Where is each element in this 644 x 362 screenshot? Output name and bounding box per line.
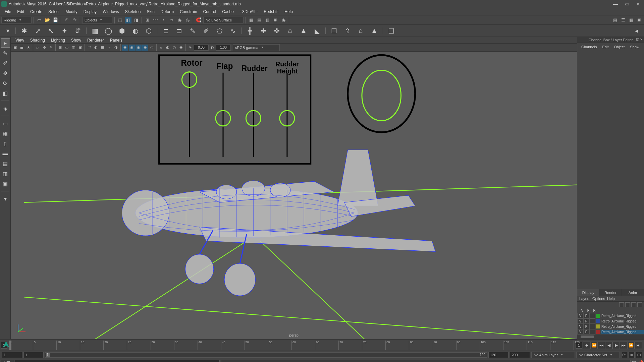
menu-display[interactable]: Display (81, 9, 99, 15)
layer-scrollbar[interactable] (577, 335, 644, 339)
panel-menu-renderer[interactable]: Renderer (85, 37, 107, 43)
goto-start-icon[interactable]: ⏮ (583, 342, 590, 349)
set-driven-key-icon[interactable]: ⌂ (355, 25, 367, 37)
menu-select[interactable]: Select (46, 9, 62, 15)
camera-select-icon[interactable]: ▣ (12, 45, 18, 51)
snap-view-icon[interactable]: ◎ (184, 17, 191, 23)
orient-constraint-icon[interactable]: ✜ (271, 25, 282, 37)
menu-file[interactable]: File (2, 9, 14, 15)
res-gate-icon[interactable]: ◫ (70, 45, 76, 51)
save-scene-icon[interactable]: 💾 (52, 17, 59, 23)
menuset-selector[interactable]: Rigging▼ (1, 17, 32, 23)
layer-name[interactable]: Retro_Airplane_Rigged (601, 314, 644, 318)
color-space-dropdown[interactable]: sRGB gamma▼ (233, 44, 280, 51)
point-constraint-icon[interactable]: ✚ (258, 25, 269, 37)
menu-redshift[interactable]: Redshift (261, 9, 281, 15)
expression-editor-icon[interactable]: ❏ (386, 25, 397, 37)
step-fwd-icon[interactable]: ▸▸ (620, 342, 627, 349)
snap-curve-icon[interactable]: 〰 (152, 17, 159, 23)
range-playstart-field[interactable]: 1 (23, 352, 44, 358)
2d-pan-icon[interactable]: ✥ (41, 45, 47, 51)
aim-constraint-icon[interactable]: ⌂ (284, 25, 296, 37)
no-live-surface[interactable]: No Live Surface (203, 17, 244, 23)
layer-new-empty-icon[interactable] (631, 302, 636, 307)
rotate-tool-icon[interactable]: ⟳ (1, 78, 10, 88)
menu-edit[interactable]: Edit (14, 9, 27, 15)
gamma-icon[interactable]: ◐ (209, 45, 215, 51)
persp-viewport[interactable]: Rotor Flap Rudder Rudder Height (11, 52, 577, 339)
maximize-button[interactable]: ▭ (621, 0, 633, 8)
layer-vis-toggle[interactable]: V (577, 329, 583, 335)
textured-icon[interactable]: ▦ (100, 45, 106, 51)
redo-icon[interactable]: ↷ (71, 17, 78, 23)
layer-row[interactable]: VPRetro_Airplane_Rigged (577, 324, 644, 329)
layer-color-swatch[interactable] (596, 314, 600, 318)
selection-mode-dropdown[interactable]: Objects▼ (82, 17, 112, 23)
panel-layout-3-icon[interactable]: ▦ (628, 17, 635, 23)
layer-name[interactable]: Retro_Airplane_Rigged (601, 319, 644, 323)
anim-layer-dropdown[interactable]: No Anim Layer▼ (531, 352, 575, 358)
menu-modify[interactable]: Modify (63, 9, 80, 15)
menu-deform[interactable]: Deform (158, 9, 176, 15)
layer-row[interactable]: VPRetro_Airplane_Rigged (577, 329, 644, 335)
layout-custom-icon[interactable]: ▾ (1, 194, 10, 203)
open-scene-icon[interactable]: 📂 (44, 17, 51, 23)
isolate-4-icon[interactable]: ◉ (142, 45, 148, 51)
undo-icon[interactable]: ↶ (63, 17, 70, 23)
mirror-weights-icon[interactable]: ✐ (200, 25, 212, 37)
blend-shape-icon[interactable]: ◐ (129, 25, 141, 37)
layout-four-icon[interactable]: ▦ (1, 129, 10, 138)
menu-windows[interactable]: Windows (100, 9, 122, 15)
panel-layout-1-icon[interactable]: ▤ (612, 17, 619, 23)
cb-tab-show[interactable]: Show (628, 44, 641, 50)
layertab-render[interactable]: Render (599, 289, 622, 296)
layout-outliner-icon[interactable]: ▣ (1, 179, 10, 188)
layertab-anim[interactable]: Anim (622, 289, 644, 296)
film-gate-icon[interactable]: ▭ (64, 45, 70, 51)
last-tool-icon[interactable]: ◈ (1, 104, 10, 113)
smooth-weights-icon[interactable]: ∿ (227, 25, 238, 37)
step-back-key-icon[interactable]: ⏪ (590, 342, 598, 349)
command-input[interactable] (15, 360, 220, 362)
multisample-icon[interactable]: ◎ (171, 45, 177, 51)
panel-menu-shading[interactable]: Shading (28, 37, 48, 43)
goto-end-icon[interactable]: ⏭ (635, 342, 642, 349)
layer-vis-toggle[interactable]: V (577, 324, 583, 329)
layer-ref-toggle[interactable] (589, 329, 595, 335)
connection-editor-icon[interactable]: ▲ (369, 25, 380, 37)
close-button[interactable]: ✕ (633, 0, 644, 8)
character-set-dropdown[interactable]: No Character Set▼ (576, 352, 620, 358)
parent-constraint-icon[interactable]: ╋ (244, 25, 256, 37)
gate-mask-icon[interactable]: ▣ (77, 45, 83, 51)
layout-three-top-icon[interactable]: ▤ (1, 159, 10, 168)
shelf-tab-toggle-icon[interactable]: ▾ (3, 26, 13, 36)
copy-weights-icon[interactable]: ⬠ (214, 25, 225, 37)
play-fwd-icon[interactable]: ▶ (612, 342, 620, 349)
quick-rig-icon[interactable]: ☐ (328, 25, 340, 37)
isolate-1-icon[interactable]: ◉ (122, 45, 128, 51)
cb-tab-object[interactable]: Object (612, 44, 627, 50)
xray-icon[interactable]: ◌ (149, 45, 155, 51)
orient-joint-icon[interactable]: ✦ (59, 25, 70, 37)
isolate-3-icon[interactable]: ◉ (136, 45, 142, 51)
grid-icon[interactable]: ⊞ (57, 45, 63, 51)
scale-constraint-icon[interactable]: ▲ (298, 25, 309, 37)
grease-pencil-icon[interactable]: ✎ (48, 45, 54, 51)
wrap-icon[interactable]: ◯ (103, 25, 114, 37)
layer-name[interactable]: Retro_Airplane_Rigged (601, 325, 644, 328)
prefs-icon[interactable]: ⚙ (636, 352, 642, 358)
panel-popout-icon[interactable]: ◱ ✕ (636, 38, 643, 41)
range-track[interactable]: 1 120 (45, 352, 487, 358)
motion-blur-icon[interactable]: ◐ (165, 45, 171, 51)
nonlinear-icon[interactable]: ⬡ (143, 25, 154, 37)
layer-row[interactable]: VPRetro_Airplane_Rigged (577, 313, 644, 318)
render-settings-icon[interactable]: ▣ (272, 17, 279, 23)
panel-layout-2-icon[interactable]: ☰ (620, 17, 627, 23)
gamma-field[interactable]: 1.00 (216, 45, 231, 51)
menu-cache[interactable]: Cache (219, 9, 236, 15)
shadows-icon[interactable]: ◑ (113, 45, 119, 51)
snap-point-icon[interactable]: • (160, 17, 167, 23)
ipr-render-icon[interactable]: ▥ (264, 17, 271, 23)
ik-handle-icon[interactable]: ⇵ (72, 25, 84, 37)
layer-ref-toggle[interactable] (589, 313, 595, 318)
